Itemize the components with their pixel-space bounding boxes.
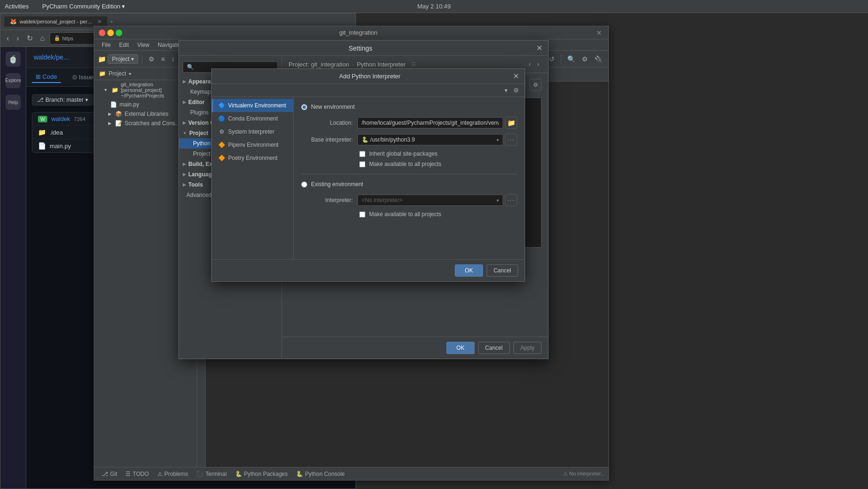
folder-icon: 📁 [38, 128, 46, 136]
settings-cancel-btn[interactable]: Cancel [478, 342, 510, 354]
todo-icon: ☰ [126, 471, 131, 477]
poetry-icon: 🔶 [218, 154, 225, 162]
nav-code[interactable]: ⊞ Code [32, 71, 61, 83]
bottom-tab-console[interactable]: 🐍 Python Console [292, 470, 349, 478]
bottom-tab-git[interactable]: ⎇ Git [98, 470, 121, 478]
settings-apply-btn[interactable]: Apply [513, 342, 542, 354]
nav-home-btn[interactable]: ⌂ [38, 33, 47, 44]
nav-fwd-btn[interactable]: › [535, 60, 542, 69]
tree-arrow3: ▶ [108, 121, 111, 126]
interp-arrow: ▾ [497, 198, 499, 203]
interp-gear-btn[interactable]: ⚙ [512, 86, 521, 95]
menu-view[interactable]: View [134, 41, 153, 49]
problems-icon: ⚠ [157, 471, 163, 477]
packages-icon: 🐍 [235, 471, 242, 477]
make-available-row: Make available to all projects [301, 211, 517, 218]
settings-footer: OK Cancel Apply [282, 337, 548, 359]
bottom-tab-todo[interactable]: ☰ TODO [122, 470, 152, 478]
interp-label: Interpreter: [301, 197, 353, 203]
win-close-btn[interactable] [99, 30, 105, 36]
nav-back-btn[interactable]: ‹ [4, 33, 11, 44]
file-icon: 📄 [110, 101, 117, 108]
branch-dropdown[interactable]: ⎇ Branch: master ▾ [32, 94, 93, 105]
base-interp-label: Base interpreter: [301, 136, 353, 143]
gitea-home-icon[interactable]: 🍵 [6, 52, 21, 67]
breadcrumb-project: Project: git_integration [289, 61, 349, 68]
pycharm-label[interactable]: PyCharm Community Edition ▾ [42, 3, 126, 10]
new-env-radio[interactable] [301, 104, 307, 110]
terminal-icon: ⬛ [196, 471, 203, 477]
interp-poetry[interactable]: 🔶 Poetry Environment [212, 151, 293, 165]
nav-refresh-btn[interactable]: ↻ [24, 33, 35, 44]
win-min-btn[interactable] [107, 30, 114, 36]
base-interp-dropdown[interactable]: 🐍 /usr/bin/python3.9 ▾ [357, 134, 503, 145]
new-tab-btn[interactable]: + [110, 19, 113, 24]
settings-gear-btn[interactable]: ⚙ [579, 54, 590, 64]
plugin-btn[interactable]: 🔌 [592, 54, 605, 64]
menu-edit[interactable]: Edit [115, 41, 133, 49]
expand-icon5: ▶ [183, 162, 186, 166]
inherit-checkbox[interactable] [359, 151, 365, 157]
pycharm-close-btn[interactable]: ✕ [594, 29, 604, 37]
make-available-checkbox[interactable] [359, 211, 365, 218]
interp-conda[interactable]: 🔵 Conda Environment [212, 112, 293, 125]
interp-browse-btn[interactable]: ··· [505, 194, 517, 206]
project-folder-icon2: 📁 [99, 70, 106, 77]
base-interp-row: Base interpreter: 🐍 /usr/bin/python3.9 ▾… [301, 134, 517, 146]
expand-icon: ▶ [183, 79, 186, 84]
bottom-tab-packages[interactable]: 🐍 Python Packages [231, 470, 291, 478]
win-max-btn[interactable] [116, 30, 122, 36]
expand-icon4: ▼ [183, 131, 187, 135]
interp-dropdown-btn[interactable]: ▾ [503, 86, 510, 95]
help-btn[interactable]: Help [6, 95, 21, 110]
tab-close-btn[interactable]: ✕ [97, 19, 102, 25]
expand-icon3: ▶ [183, 120, 186, 125]
available-checkbox[interactable] [359, 161, 365, 167]
project-dropdown[interactable]: Project ▾ [108, 54, 138, 64]
interp-config-area: New environment Location: 📁 Base interpr… [294, 97, 525, 259]
search-btn[interactable]: 🔍 [565, 54, 578, 64]
firefox-tab[interactable]: 🦊 waldek/personal_project - personal_pro… [4, 16, 107, 27]
existing-env-radio[interactable] [301, 181, 307, 188]
add-interp-body: 🔷 Virtualenv Environment 🔵 Conda Environ… [212, 97, 525, 259]
system-icon: ⚙ [218, 128, 225, 135]
add-interp-cancel-btn[interactable]: Cancel [487, 264, 518, 277]
base-interp-browse-btn[interactable]: ··· [505, 134, 517, 146]
location-label: Location: [301, 120, 353, 126]
interpreter-dropdown[interactable]: <No interpreter> ▾ [357, 195, 503, 206]
add-interp-ok-btn[interactable]: OK [455, 264, 482, 277]
bottom-tab-problems[interactable]: ⚠ Problems [154, 470, 192, 478]
existing-env-radio-group: Existing environment [301, 181, 517, 188]
interp-system[interactable]: ⚙ System Interpreter [212, 125, 293, 138]
gitea-repo-link[interactable]: waldek/pe... [34, 53, 69, 61]
activities-label[interactable]: Activities [5, 3, 29, 10]
virtualenv-icon: 🔷 [218, 102, 225, 109]
ext-libs-label: External Libraries [125, 111, 168, 117]
settings-ok-btn[interactable]: OK [446, 342, 474, 354]
section-divider [301, 174, 517, 174]
interp-pipenv[interactable]: 🔶 Pipenv Environment [212, 138, 293, 151]
add-interp-title: Add Python Interpreter [227, 73, 513, 80]
os-topbar: Activities PyCharm Community Edition ▾ M… [0, 0, 868, 13]
location-browse-btn[interactable]: 📁 [505, 117, 517, 129]
breadcrumb-sep: › [352, 61, 354, 68]
toolbar-settings-btn[interactable]: ⚙ [146, 54, 157, 64]
env-type-radio-group: New environment [301, 104, 517, 110]
explore-btn[interactable]: Explore [6, 73, 21, 88]
new-env-radio-label[interactable]: New environment [301, 104, 517, 110]
settings-interp-btn[interactable]: ⚙ [529, 79, 542, 91]
existing-env-radio-label[interactable]: Existing environment [301, 181, 517, 188]
location-input[interactable] [357, 117, 503, 128]
toolbar-align-btn[interactable]: ≡ [159, 54, 167, 64]
nav-forward-btn[interactable]: › [14, 33, 21, 44]
add-interp-close-btn[interactable]: ✕ [513, 73, 519, 80]
toolbar-sort-btn[interactable]: ↕ [169, 54, 177, 64]
base-interp-wrap: 🐍 /usr/bin/python3.9 ▾ ··· [357, 134, 517, 146]
inherit-checkbox-row: Inherit global site-packages [301, 150, 517, 157]
menu-file[interactable]: File [98, 41, 114, 49]
bottom-tab-terminal[interactable]: ⬛ Terminal [193, 470, 230, 478]
settings-close-btn[interactable]: ✕ [536, 44, 542, 53]
add-interp-footer: OK Cancel [212, 259, 525, 281]
nav-back-btn[interactable]: ‹ [527, 60, 533, 69]
interp-virtualenv[interactable]: 🔷 Virtualenv Environment [212, 99, 293, 112]
